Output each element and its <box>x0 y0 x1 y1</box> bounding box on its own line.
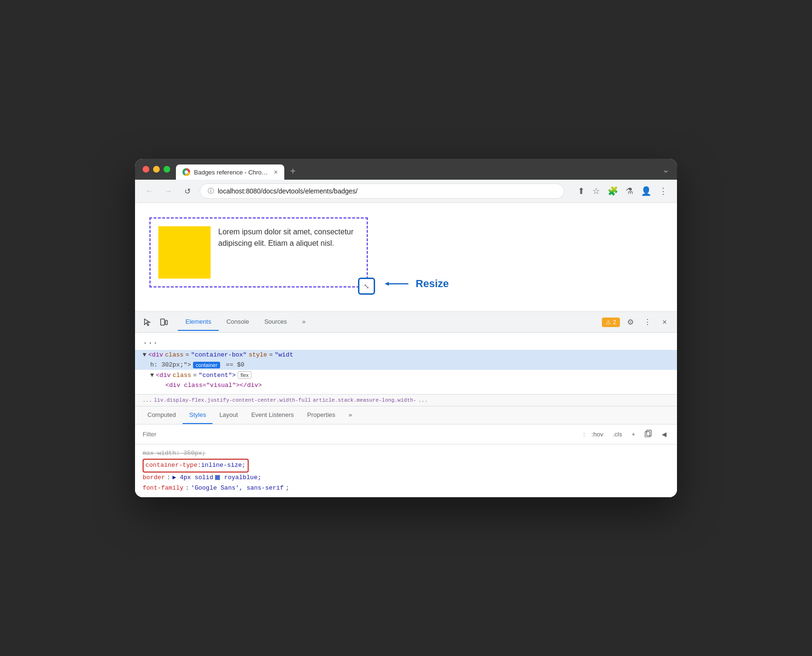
resize-handle[interactable]: ⤡ <box>358 278 375 295</box>
tab-elements[interactable]: Elements <box>178 313 219 331</box>
more-options-button[interactable]: ⋮ <box>641 316 654 329</box>
tab-more[interactable]: » <box>295 313 313 331</box>
dom-line2-text: h: 302px;"> <box>150 361 191 368</box>
tab-styles[interactable]: Styles <box>183 406 213 424</box>
css-value-royalblue: royalblue; <box>224 473 261 483</box>
css-container-type-rule: container-type : inline-size ; <box>143 459 249 472</box>
css-value-inline-size: inline-size <box>201 460 242 471</box>
resize-label: Resize <box>416 278 449 290</box>
tab-more-panels[interactable]: » <box>342 406 358 424</box>
css-prop-border: border <box>143 473 165 483</box>
dom-attr-value-2: "widt <box>275 351 293 358</box>
warning-badge[interactable]: ⚠ 2 <box>602 318 620 327</box>
css-line-font-family: font-family : 'Google Sans', sans-serif … <box>143 483 669 493</box>
device-icon <box>159 318 168 327</box>
reload-button[interactable]: ↺ <box>181 184 194 198</box>
experiments-icon[interactable]: ⚗ <box>624 184 635 198</box>
extensions-icon[interactable]: 🧩 <box>606 184 620 198</box>
dom-line-4: <div class="visual"></div> <box>135 380 677 390</box>
css-value-border: ▶ 4px solid <box>173 473 213 483</box>
dom-line-2[interactable]: h: 302px;"> container == $0 <box>135 360 677 370</box>
css-prop-container-type: container-type <box>145 460 197 471</box>
url-bar[interactable]: ⓘ localhost:8080/docs/devtools/elements/… <box>200 183 564 199</box>
tab-title: Badges reference - Chrome De <box>194 169 270 176</box>
tab-console[interactable]: Console <box>219 313 257 331</box>
css-value-font-family: 'Google Sans', sans-serif <box>191 483 284 493</box>
tabs-bar: Badges reference - Chrome De × + ⌄ <box>176 164 669 180</box>
devtools-panel: Elements Console Sources » ⚠ 2 ⚙ ⋮ <box>135 311 677 497</box>
bookmark-icon[interactable]: ☆ <box>590 184 602 198</box>
add-style-rule-button[interactable]: + <box>628 429 638 439</box>
tab-overflow-button[interactable]: ⌄ <box>662 164 669 180</box>
filter-input[interactable] <box>143 431 580 438</box>
close-window-button[interactable] <box>143 166 149 173</box>
svg-rect-6 <box>647 430 651 436</box>
tab-layout[interactable]: Layout <box>213 406 244 424</box>
svg-rect-4 <box>161 319 164 325</box>
traffic-lights <box>143 166 170 178</box>
devtools-toolbar: Elements Console Sources » ⚠ 2 ⚙ ⋮ <box>135 312 677 333</box>
chrome-favicon-icon <box>183 168 190 176</box>
hov-filter-button[interactable]: :hov <box>589 429 606 439</box>
menu-icon[interactable]: ⋮ <box>657 184 669 198</box>
resize-icon: ⤡ <box>364 282 369 290</box>
breadcrumb-item-2[interactable]: article.stack.measure-long.width- <box>313 397 416 403</box>
dom-tag-1: <div <box>148 351 163 358</box>
minimize-window-button[interactable] <box>153 166 160 173</box>
title-bar: Badges reference - Chrome De × + ⌄ <box>135 159 677 180</box>
css-content: max-width: 350px; container-type : inlin… <box>135 444 677 497</box>
dom-ellipsis: ··· <box>135 337 677 350</box>
dom-attr-value-1: "container-box" <box>191 351 247 358</box>
tab-sources[interactable]: Sources <box>257 313 295 331</box>
css-strikethrough-text: max-width: 350px; <box>143 448 206 459</box>
dom-viewer: ··· ▼ <div class = "container-box" style… <box>135 333 677 395</box>
breadcrumb-bar: ... liv.display-flex.justify-content-cen… <box>135 395 677 406</box>
flex-badge: flex <box>238 371 251 379</box>
tab-computed[interactable]: Computed <box>141 406 183 424</box>
share-icon[interactable]: ⬆ <box>576 184 587 198</box>
yellow-box <box>158 226 211 279</box>
dom-line-3[interactable]: ▼ <div class = "content"> flex <box>135 370 677 380</box>
browser-window: Badges reference - Chrome De × + ⌄ ← → ↺… <box>135 159 677 497</box>
svg-marker-3 <box>385 282 389 286</box>
dom-collapse-arrow-2: ▼ <box>150 372 154 379</box>
forward-button[interactable]: → <box>162 184 175 198</box>
inspect-element-button[interactable] <box>141 316 154 329</box>
device-toolbar-button[interactable] <box>157 316 170 329</box>
filter-actions: : :hov .cls + ◀ <box>583 428 669 440</box>
settings-button[interactable]: ⚙ <box>624 316 637 329</box>
warning-count: 2 <box>613 319 616 326</box>
url-text: localhost:8080/docs/devtools/elements/ba… <box>218 187 358 195</box>
breadcrumb-item-1[interactable]: liv.display-flex.justify-content-center.… <box>154 397 311 403</box>
svg-point-1 <box>185 171 188 174</box>
cls-filter-button[interactable]: .cls <box>610 429 625 439</box>
profile-icon[interactable]: 👤 <box>639 184 653 198</box>
active-tab[interactable]: Badges reference - Chrome De × <box>176 164 284 180</box>
devtools-tabs: Elements Console Sources » <box>178 313 600 331</box>
back-button[interactable]: ← <box>143 184 156 198</box>
tab-close-button[interactable]: × <box>274 168 278 176</box>
filter-colon-separator: : <box>583 431 585 438</box>
css-line-strikethrough: max-width: 350px; <box>143 448 669 459</box>
dom-attr-value-3: "content"> <box>199 372 236 379</box>
breadcrumb-dots-1: ... <box>143 397 152 403</box>
address-bar: ← → ↺ ⓘ localhost:8080/docs/devtools/ele… <box>135 180 677 203</box>
arrow-left-icon <box>382 279 411 289</box>
color-swatch-royalblue[interactable] <box>215 475 220 480</box>
css-prop-font-family: font-family <box>143 483 184 493</box>
demo-text: Lorem ipsum dolor sit amet, consectetur … <box>218 226 359 249</box>
dom-line-1[interactable]: ▼ <div class = "container-box" style = "… <box>135 350 677 360</box>
svg-rect-7 <box>645 432 650 437</box>
tab-properties[interactable]: Properties <box>300 406 342 424</box>
breadcrumb-dots-2: ... <box>418 397 428 403</box>
page-content: Lorem ipsum dolor sit amet, consectetur … <box>135 203 677 311</box>
expand-styles-button[interactable]: ◀ <box>659 429 669 439</box>
tab-event-listeners[interactable]: Event Listeners <box>244 406 300 424</box>
copy-styles-button[interactable] <box>642 428 655 440</box>
close-devtools-button[interactable]: × <box>658 316 671 329</box>
filter-bar: : :hov .cls + ◀ <box>135 424 677 444</box>
maximize-window-button[interactable] <box>164 166 170 173</box>
dom-attr-name-1: class <box>165 351 184 358</box>
new-tab-button[interactable]: + <box>286 166 300 180</box>
dom-visual-div: <div class="visual"></div> <box>165 382 262 389</box>
